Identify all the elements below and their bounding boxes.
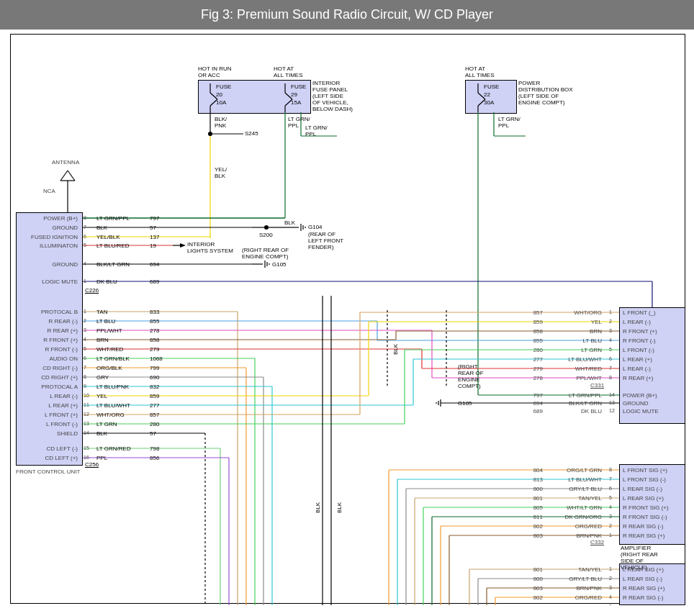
wire-color: LT GRN/PPL	[96, 215, 130, 222]
wire-color: LT GRN	[544, 347, 602, 353]
wire-color: YEL	[96, 393, 107, 399]
pin-num: 4	[609, 504, 612, 509]
wire-id: 857	[518, 309, 543, 316]
pin-num: 7	[84, 225, 86, 230]
pin-num: 7	[609, 366, 612, 371]
wire-id: 803	[518, 585, 543, 592]
pin-num: 8	[609, 467, 612, 472]
wire-id: 694	[518, 604, 543, 605]
pin-num: 2	[609, 576, 612, 581]
pin-name: GROUND	[16, 261, 78, 268]
pin-num: 16	[84, 455, 89, 460]
wire-id: 690	[150, 374, 159, 381]
pdb-note: POWER DISTRIBUTION BOX (LEFT SIDE OF ENG…	[518, 80, 573, 106]
wire-id: 813	[518, 476, 543, 483]
pin-num: 4	[609, 338, 612, 343]
wire-id: 57	[150, 430, 156, 437]
pin-num: 1	[609, 566, 612, 571]
wire-color: TAN	[96, 309, 107, 315]
wire-id: 801	[518, 495, 543, 502]
pin-name: L REAR (+)	[623, 356, 652, 363]
wire-color: GRY/LT BLU	[544, 576, 602, 582]
c332: C332	[590, 539, 604, 545]
wire-id: 800	[518, 576, 543, 582]
wire-color: BLK/LT GRN	[96, 261, 130, 268]
pin-name: R REAR SIG (+)	[623, 585, 664, 592]
pin-name: CD LEFT (-)	[16, 445, 78, 452]
wire-id: 799	[150, 365, 159, 371]
pin-name: L FRONT (_)	[623, 309, 656, 316]
blk-vert-1: BLK	[315, 502, 321, 513]
ltgrnppl2: LT GRN/ PPL	[305, 124, 328, 137]
wire-color: LT GRN/BLK	[96, 355, 130, 362]
wire-color: ORG/BLK	[96, 365, 122, 371]
wire-color: ORG/RED	[544, 523, 602, 530]
wire-color: TAN/YEL	[544, 495, 602, 502]
wire-color: WHT/ORG	[544, 309, 602, 316]
pin-num: 5	[84, 346, 86, 351]
pin-name: R FRONT (-)	[623, 338, 656, 344]
pin-num: 4	[609, 594, 612, 599]
g105r: G105	[458, 400, 472, 407]
c226: C226	[85, 287, 99, 294]
fuse22a: FUSE	[484, 83, 499, 90]
ltgrnppl3: LT GRN/ PPL	[498, 116, 520, 129]
wire-color: WHT/RED	[544, 366, 602, 372]
pin-name: PROTOCAL A	[16, 384, 78, 390]
wire-color: DK BLU	[544, 408, 602, 415]
wire-id: 803	[518, 533, 543, 539]
wire-color: YEL	[544, 319, 602, 325]
page-title: Fig 3: Premium Sound Radio Circuit, W/ C…	[0, 0, 694, 30]
svg-marker-33	[180, 243, 186, 248]
pin-name: R REAR (+)	[623, 375, 653, 381]
wire-id: 278	[518, 375, 543, 381]
pin-name: L FRONT (+)	[16, 412, 78, 418]
wire-id: 57	[150, 225, 156, 231]
pin-num: 8	[84, 215, 86, 220]
pin-name: PROTOCAL B	[16, 309, 78, 315]
pin-num: 2	[84, 318, 86, 323]
pin-name: LOGIC MUTE	[16, 278, 78, 285]
pin-name: R REAR SIG (+)	[623, 533, 664, 539]
fuse29a: FUSE	[291, 83, 306, 90]
svg-line-23	[60, 171, 68, 181]
pin-name: ILLUMINATON	[16, 243, 78, 249]
pin-num: 14	[609, 392, 615, 397]
wire-id: 858	[150, 337, 159, 343]
svg-line-24	[68, 171, 75, 181]
wire-color: LT BLU/WHT	[544, 476, 602, 483]
pin-name: R FRONT SIG (+)	[623, 504, 669, 511]
pin-num: 5	[609, 495, 612, 500]
pin-name: L REAR (-)	[16, 393, 78, 399]
wire-id: 689	[150, 278, 159, 285]
pin-name: FUSED IGNITION	[16, 234, 78, 240]
g105r-note: (RIGHT REAR OF ENGINE COMPT)	[458, 363, 484, 389]
pin-num: 3	[609, 328, 612, 333]
pin-num: 13	[609, 400, 615, 405]
pin-name: CD LEFT (+)	[16, 455, 78, 461]
wire-color: LT BLU/RED	[96, 243, 130, 249]
wire-color: LT GRN/PPL	[544, 392, 602, 399]
wire-id: 279	[150, 346, 159, 353]
c331: C331	[590, 382, 604, 389]
wire-id: 798	[150, 445, 159, 452]
blkpnk: BLK/ PNK	[215, 116, 227, 129]
pin-num: 5	[84, 243, 86, 248]
g104: G104	[308, 224, 323, 230]
wire-id: 857	[150, 412, 159, 418]
splice-s200	[264, 225, 269, 230]
pin-name: L FRONT SIG (-)	[623, 476, 666, 483]
pin-num: 9	[84, 384, 86, 389]
pin-num: 4	[84, 261, 86, 266]
wire-color: ORG/LT GRN	[544, 467, 602, 474]
wire-color: BRN/PNK	[544, 585, 602, 592]
s245: S245	[245, 130, 258, 137]
wire-color: LT BLU	[544, 338, 602, 344]
pin-num: 6	[609, 356, 612, 361]
pin-num: 14	[84, 430, 89, 435]
wire-id: 19	[150, 243, 156, 249]
wire-id: 856	[150, 455, 159, 461]
wire-id: 279	[518, 366, 543, 372]
pin-num: 11	[84, 402, 89, 407]
wire-color: WHT/LT GRN	[544, 504, 602, 511]
